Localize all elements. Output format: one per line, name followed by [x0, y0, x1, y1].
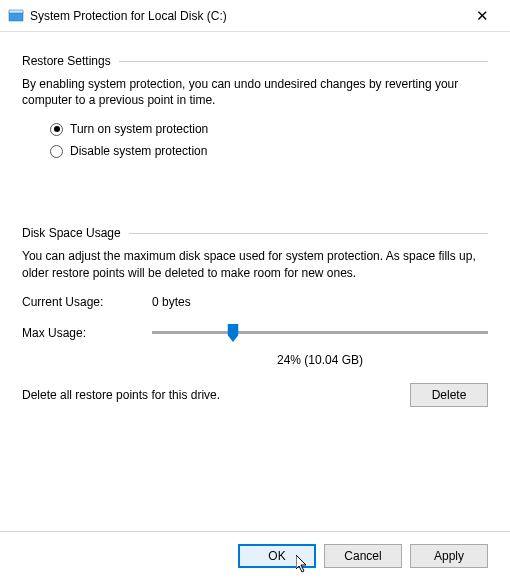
radio-label: Disable system protection: [70, 144, 207, 158]
current-usage-label: Current Usage:: [22, 295, 152, 309]
divider: [129, 233, 488, 234]
dialog-content: Restore Settings By enabling system prot…: [0, 32, 510, 407]
radio-turn-on[interactable]: Turn on system protection: [50, 122, 488, 136]
radio-icon: [50, 123, 63, 136]
section-label: Disk Space Usage: [22, 226, 121, 240]
slider-thumb-icon: [227, 324, 238, 342]
delete-text: Delete all restore points for this drive…: [22, 388, 410, 402]
cancel-button[interactable]: Cancel: [324, 544, 402, 568]
radio-disable[interactable]: Disable system protection: [50, 144, 488, 158]
app-icon: [8, 8, 24, 24]
delete-row: Delete all restore points for this drive…: [22, 383, 488, 407]
svg-rect-1: [9, 10, 23, 13]
delete-button[interactable]: Delete: [410, 383, 488, 407]
section-restore-settings: Restore Settings: [22, 54, 488, 68]
disk-description: You can adjust the maximum disk space us…: [22, 248, 488, 280]
current-usage-row: Current Usage: 0 bytes: [22, 295, 488, 309]
max-usage-row: Max Usage:: [22, 323, 488, 343]
max-usage-slider[interactable]: [152, 323, 488, 343]
radio-label: Turn on system protection: [70, 122, 208, 136]
dialog-footer: OK Cancel Apply: [0, 531, 510, 580]
svg-marker-2: [227, 324, 238, 342]
svg-rect-0: [9, 12, 23, 21]
ok-button[interactable]: OK: [238, 544, 316, 568]
section-disk-space: Disk Space Usage: [22, 226, 488, 240]
titlebar: System Protection for Local Disk (C:) ✕: [0, 0, 510, 32]
apply-button[interactable]: Apply: [410, 544, 488, 568]
max-usage-label: Max Usage:: [22, 326, 152, 340]
slider-track: [152, 331, 488, 334]
divider: [119, 61, 488, 62]
slider-caption: 24% (10.04 GB): [152, 353, 488, 367]
current-usage-value: 0 bytes: [152, 295, 191, 309]
restore-description: By enabling system protection, you can u…: [22, 76, 488, 108]
section-label: Restore Settings: [22, 54, 111, 68]
close-button[interactable]: ✕: [462, 2, 502, 30]
window-title: System Protection for Local Disk (C:): [30, 9, 462, 23]
radio-icon: [50, 145, 63, 158]
